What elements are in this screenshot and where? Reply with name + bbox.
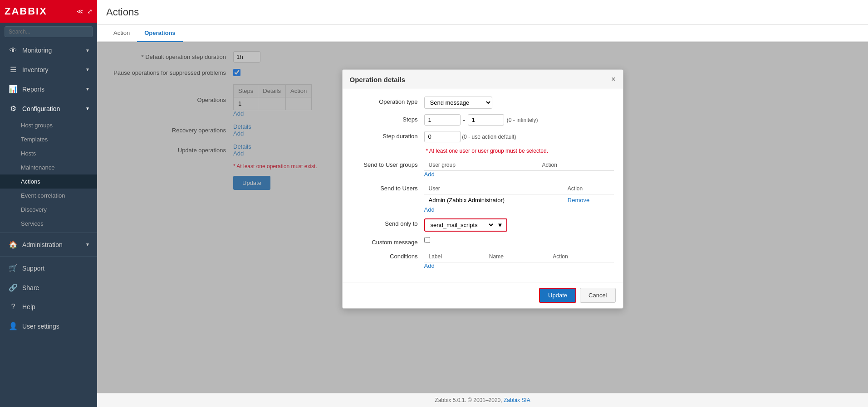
monitoring-icon: 👁 [9,46,18,54]
steps-from-input[interactable] [424,114,461,126]
send-to-users-field: User Action Admin (Zabbix Administrator)… [424,183,614,213]
sidebar-item-inventory[interactable]: ☰ Inventory ▼ [0,60,97,79]
sidebar-search-area [0,23,97,41]
steps-field: - (0 - infinitely) [424,114,614,126]
operation-type-field: Send message Remote command [424,97,614,109]
step-duration-input[interactable] [424,131,461,142]
app-logo: ZABBIX [5,5,47,17]
inventory-icon: ☰ [9,65,18,74]
main-content: Actions Action Operations * Default oper… [97,0,868,407]
sidebar-item-monitoring[interactable]: 👁 Monitoring ▼ [0,41,97,60]
sidebar-divider2 [0,256,97,257]
table-row: Admin (Zabbix Administrator) Remove [424,194,614,206]
operation-type-select[interactable]: Send message Remote command [424,97,492,109]
conditions-add-link[interactable]: Add [424,262,435,269]
operation-type-label: Operation type [352,97,424,105]
steps-hint: (0 - infinitely) [507,117,538,123]
modal-at-least-note: * At least one user or user group must b… [426,148,548,154]
search-input[interactable] [5,26,93,37]
sidebar-item-inventory-label: Inventory [22,66,49,73]
page-title: Actions [106,6,139,18]
help-icon: ? [9,303,18,311]
send-only-to-row: Send only to send_mail_scripts All Zabbi… [352,218,614,232]
operation-details-modal: Operation details × Operation type Send … [342,69,623,309]
step-duration-label: Step duration [352,131,424,140]
sidebar-item-help-label: Help [22,303,35,310]
modal-header: Operation details × [343,70,623,89]
steps-to-input[interactable] [468,114,504,126]
conditions-label: Conditions [352,251,424,260]
user-admin-cell: Admin (Zabbix Administrator) [424,194,563,206]
sidebar-sub-item-hosts[interactable]: Hosts [0,146,97,160]
send-only-dropdown-icon: ▼ [497,222,503,228]
sidebar-header: ZABBIX ≪ ⤢ [0,0,97,23]
monitoring-arrow: ▼ [85,48,90,53]
modal-update-button[interactable]: Update [539,288,576,303]
sidebar-sub-item-event-correlation[interactable]: Event correlation [0,189,97,203]
steps-row: Steps - (0 - infinitely) [352,114,614,126]
send-only-to-field: send_mail_scripts All Zabbix administrat… [424,218,614,232]
footer-link[interactable]: Zabbix SIA [504,397,530,403]
steps-dash: - [463,116,465,123]
users-add-link[interactable]: Add [424,206,435,213]
support-icon: 🛒 [9,264,18,272]
sidebar-sub-item-discovery[interactable]: Discovery [0,203,97,217]
sidebar-item-help[interactable]: ? Help [0,297,97,316]
sidebar-sub-item-hosts-label: Hosts [21,150,36,157]
footer-text: Zabbix 5.0.1. © 2001–2020, Zabbix SIA [435,397,530,403]
user-groups-table: User group Action [424,160,614,171]
sidebar-item-share[interactable]: 🔗 Share [0,278,97,297]
footer-bar: Zabbix 5.0.1. © 2001–2020, Zabbix SIA [97,393,868,407]
sidebar-item-reports[interactable]: 📊 Reports ▼ [0,79,97,99]
conditions-table: Label Name Action [424,251,614,262]
modal-at-least-spacer [352,148,424,150]
sidebar-sub-item-maintenance[interactable]: Maintenance [0,160,97,174]
users-table: User Action Admin (Zabbix Administrator)… [424,183,614,206]
sidebar-sub-item-templates[interactable]: Templates [0,132,97,146]
modal-overlay: Operation details × Operation type Send … [97,42,868,393]
modal-cancel-button[interactable]: Cancel [580,288,615,303]
col-user: User [424,183,563,194]
user-groups-add-link[interactable]: Add [424,171,435,178]
sidebar-sub-item-discovery-label: Discovery [21,206,47,213]
sidebar-item-administration-label: Administration [22,241,63,248]
conditions-row: Conditions Label Name Action Add [352,251,614,269]
conditions-header: Label Name Action [424,251,614,262]
sidebar-item-administration[interactable]: 🏠 Administration ▼ [0,235,97,254]
col-action-cond: Action [548,251,613,262]
sidebar-item-configuration[interactable]: ⚙ Configuration ▼ [0,99,97,118]
tab-operations[interactable]: Operations [137,25,183,42]
expand-icon[interactable]: ⤢ [87,8,93,15]
custom-message-label: Custom message [352,237,424,246]
sidebar-sub-item-host-groups[interactable]: Host groups [0,118,97,132]
operation-type-row: Operation type Send message Remote comma… [352,97,614,109]
custom-message-row: Custom message [352,237,614,246]
remove-user-link[interactable]: Remove [568,197,589,204]
modal-close-button[interactable]: × [611,75,615,83]
sidebar-item-support[interactable]: 🛒 Support [0,258,97,278]
sidebar-item-support-label: Support [22,265,44,272]
modal-body: Operation type Send message Remote comma… [343,89,623,282]
col-action-ug: Action [537,160,613,171]
step-duration-row: Step duration (0 - use action default) [352,131,614,142]
send-to-users-label: Send to Users [352,183,424,192]
custom-message-checkbox[interactable] [424,237,430,243]
sidebar-item-user-settings-label: User settings [22,323,59,330]
send-only-to-select[interactable]: send_mail_scripts All Zabbix administrat… [429,221,495,229]
collapse-icon[interactable]: ≪ [77,8,83,15]
sidebar-item-monitoring-label: Monitoring [22,47,52,54]
sidebar-sub-item-host-groups-label: Host groups [21,122,53,129]
user-settings-icon: 👤 [9,322,18,330]
tab-action[interactable]: Action [106,25,137,42]
administration-arrow: ▼ [85,242,90,247]
sidebar-item-user-settings[interactable]: 👤 User settings [0,316,97,336]
sidebar-sub-item-maintenance-label: Maintenance [21,164,54,171]
sidebar-sub-item-services[interactable]: Services [0,217,97,231]
sidebar-item-configuration-label: Configuration [22,105,60,112]
modal-title: Operation details [350,76,406,83]
main-header: Actions [97,0,868,25]
users-header: User Action [424,183,614,194]
send-to-user-groups-field: User group Action Add [424,160,614,178]
sidebar-sub-item-templates-label: Templates [21,136,48,143]
sidebar-sub-item-actions[interactable]: Actions [0,174,97,189]
